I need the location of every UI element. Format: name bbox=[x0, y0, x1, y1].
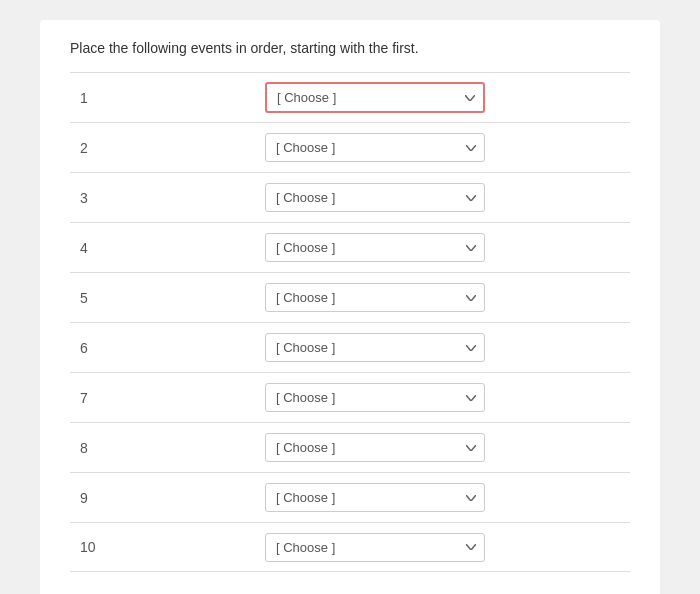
table-row: 8[ Choose ] bbox=[70, 422, 630, 472]
row-number: 10 bbox=[70, 539, 120, 555]
select-container: [ Choose ] bbox=[120, 525, 630, 570]
table-row: 3[ Choose ] bbox=[70, 172, 630, 222]
select-container: [ Choose ] bbox=[120, 375, 630, 420]
choose-select-3[interactable]: [ Choose ] bbox=[265, 183, 485, 212]
row-number: 3 bbox=[70, 190, 120, 206]
select-container: [ Choose ] bbox=[120, 125, 630, 170]
choose-select-1[interactable]: [ Choose ] bbox=[265, 82, 485, 113]
choose-select-6[interactable]: [ Choose ] bbox=[265, 333, 485, 362]
row-number: 8 bbox=[70, 440, 120, 456]
select-container: [ Choose ] bbox=[120, 475, 630, 520]
select-container: [ Choose ] bbox=[120, 425, 630, 470]
row-number: 9 bbox=[70, 490, 120, 506]
choose-select-10[interactable]: [ Choose ] bbox=[265, 533, 485, 562]
table-row: 1[ Choose ] bbox=[70, 72, 630, 122]
choose-select-5[interactable]: [ Choose ] bbox=[265, 283, 485, 312]
choose-select-9[interactable]: [ Choose ] bbox=[265, 483, 485, 512]
row-number: 2 bbox=[70, 140, 120, 156]
select-container: [ Choose ] bbox=[120, 325, 630, 370]
row-number: 6 bbox=[70, 340, 120, 356]
row-number: 4 bbox=[70, 240, 120, 256]
select-container: [ Choose ] bbox=[120, 175, 630, 220]
table-row: 9[ Choose ] bbox=[70, 472, 630, 522]
select-container: [ Choose ] bbox=[120, 275, 630, 320]
main-container: Place the following events in order, sta… bbox=[40, 20, 660, 594]
choose-select-2[interactable]: [ Choose ] bbox=[265, 133, 485, 162]
instructions-text: Place the following events in order, sta… bbox=[70, 40, 630, 56]
row-number: 1 bbox=[70, 90, 120, 106]
table-row: 2[ Choose ] bbox=[70, 122, 630, 172]
select-container: [ Choose ] bbox=[120, 225, 630, 270]
table-row: 5[ Choose ] bbox=[70, 272, 630, 322]
choose-select-4[interactable]: [ Choose ] bbox=[265, 233, 485, 262]
ordering-table: 1[ Choose ]2[ Choose ]3[ Choose ]4[ Choo… bbox=[70, 72, 630, 572]
table-row: 10[ Choose ] bbox=[70, 522, 630, 572]
table-row: 6[ Choose ] bbox=[70, 322, 630, 372]
row-number: 5 bbox=[70, 290, 120, 306]
choose-select-7[interactable]: [ Choose ] bbox=[265, 383, 485, 412]
select-container: [ Choose ] bbox=[120, 74, 630, 121]
table-row: 7[ Choose ] bbox=[70, 372, 630, 422]
table-row: 4[ Choose ] bbox=[70, 222, 630, 272]
choose-select-8[interactable]: [ Choose ] bbox=[265, 433, 485, 462]
row-number: 7 bbox=[70, 390, 120, 406]
